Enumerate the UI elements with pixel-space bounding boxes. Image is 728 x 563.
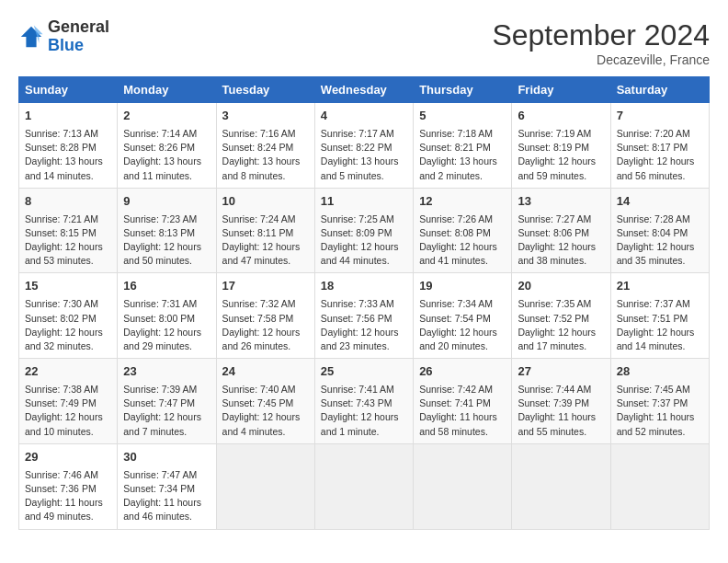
day-number: 19 xyxy=(419,278,506,295)
title-block: September 2024 Decazeville, France xyxy=(492,18,710,67)
calendar-cell: 26Sunrise: 7:42 AMSunset: 7:41 PMDayligh… xyxy=(414,359,512,444)
day-info: Daylight: 11 hours xyxy=(123,496,210,510)
day-info: Sunrise: 7:23 AM xyxy=(123,213,210,226)
day-info: Sunset: 8:15 PM xyxy=(25,226,111,240)
day-info: Daylight: 13 hours xyxy=(123,155,210,168)
day-number: 2 xyxy=(123,108,210,125)
day-info: Sunset: 7:41 PM xyxy=(419,396,506,410)
day-info: Sunrise: 7:27 AM xyxy=(518,213,604,226)
calendar-cell: 7Sunrise: 7:20 AMSunset: 8:17 PMDaylight… xyxy=(610,103,709,189)
day-info: and 29 minutes. xyxy=(123,339,210,353)
day-info: Daylight: 12 hours xyxy=(617,240,703,254)
day-info: and 44 minutes. xyxy=(321,254,407,268)
day-info: Daylight: 12 hours xyxy=(321,326,407,339)
day-number: 1 xyxy=(25,108,111,125)
day-info: Sunrise: 7:45 AM xyxy=(617,383,703,396)
day-number: 18 xyxy=(321,278,407,295)
day-info: Sunrise: 7:38 AM xyxy=(25,383,111,396)
day-info: and 50 minutes. xyxy=(123,254,210,268)
day-info: Sunrise: 7:17 AM xyxy=(321,127,407,141)
day-number: 8 xyxy=(25,193,111,211)
day-number: 27 xyxy=(518,363,604,381)
day-info: Sunrise: 7:41 AM xyxy=(321,383,407,396)
calendar-cell: 25Sunrise: 7:41 AMSunset: 7:43 PMDayligh… xyxy=(314,359,413,444)
calendar-cell: 19Sunrise: 7:34 AMSunset: 7:54 PMDayligh… xyxy=(414,273,512,359)
day-info: Sunset: 8:17 PM xyxy=(617,141,703,155)
day-info: and 55 minutes. xyxy=(518,425,604,439)
calendar-cell: 2Sunrise: 7:14 AMSunset: 8:26 PMDaylight… xyxy=(118,103,216,189)
weekday-header: Friday xyxy=(512,77,610,103)
day-info: Daylight: 11 hours xyxy=(617,410,703,424)
day-info: Daylight: 11 hours xyxy=(25,496,111,510)
day-info: and 14 minutes. xyxy=(25,169,111,183)
calendar-cell: 29Sunrise: 7:46 AMSunset: 7:36 PMDayligh… xyxy=(19,443,118,529)
day-number: 25 xyxy=(321,363,407,381)
day-info: Daylight: 12 hours xyxy=(321,410,407,424)
day-info: Sunset: 7:52 PM xyxy=(518,312,604,326)
day-info: Daylight: 13 hours xyxy=(222,155,309,168)
calendar-cell xyxy=(512,443,610,529)
day-info: Sunset: 8:19 PM xyxy=(518,141,604,155)
day-info: Sunset: 8:21 PM xyxy=(419,141,506,155)
day-info: and 32 minutes. xyxy=(25,339,111,353)
day-info: Sunrise: 7:25 AM xyxy=(321,213,407,226)
day-info: Sunset: 7:56 PM xyxy=(321,312,407,326)
weekday-header: Wednesday xyxy=(314,77,413,103)
day-info: Sunset: 8:22 PM xyxy=(321,141,407,155)
day-info: Daylight: 13 hours xyxy=(419,155,506,168)
calendar-cell xyxy=(216,443,314,529)
day-number: 3 xyxy=(222,108,309,125)
day-info: Daylight: 12 hours xyxy=(222,240,309,254)
weekday-header: Sunday xyxy=(19,77,118,103)
day-info: Sunrise: 7:40 AM xyxy=(222,383,309,396)
calendar-cell: 12Sunrise: 7:26 AMSunset: 8:08 PMDayligh… xyxy=(414,188,512,273)
day-info: and 8 minutes. xyxy=(222,169,309,183)
day-info: Daylight: 12 hours xyxy=(617,155,703,168)
day-number: 26 xyxy=(419,363,506,381)
day-info: Sunset: 8:24 PM xyxy=(222,141,309,155)
day-info: Daylight: 12 hours xyxy=(617,326,703,339)
day-info: and 38 minutes. xyxy=(518,254,604,268)
day-number: 29 xyxy=(25,449,111,466)
day-info: and 41 minutes. xyxy=(419,254,506,268)
day-info: Sunset: 8:13 PM xyxy=(123,226,210,240)
weekday-header: Saturday xyxy=(610,77,709,103)
day-info: and 2 minutes. xyxy=(419,169,506,183)
day-info: Sunrise: 7:26 AM xyxy=(419,213,506,226)
day-info: and 1 minute. xyxy=(321,425,407,439)
day-info: Sunset: 8:08 PM xyxy=(419,226,506,240)
calendar-cell: 17Sunrise: 7:32 AMSunset: 7:58 PMDayligh… xyxy=(216,273,314,359)
page-header: General Blue September 2024 Decazeville,… xyxy=(18,18,710,67)
calendar-cell: 22Sunrise: 7:38 AMSunset: 7:49 PMDayligh… xyxy=(19,359,118,444)
day-info: Daylight: 12 hours xyxy=(25,326,111,339)
day-number: 22 xyxy=(25,363,111,381)
calendar-cell: 10Sunrise: 7:24 AMSunset: 8:11 PMDayligh… xyxy=(216,188,314,273)
day-info: Sunset: 7:43 PM xyxy=(321,396,407,410)
day-info: Sunrise: 7:19 AM xyxy=(518,127,604,141)
day-info: Sunset: 7:34 PM xyxy=(123,482,210,496)
day-info: and 59 minutes. xyxy=(518,169,604,183)
day-info: Sunset: 7:37 PM xyxy=(617,396,703,410)
calendar-cell: 8Sunrise: 7:21 AMSunset: 8:15 PMDaylight… xyxy=(19,188,118,273)
day-info: Daylight: 12 hours xyxy=(25,410,111,424)
calendar-cell: 14Sunrise: 7:28 AMSunset: 8:04 PMDayligh… xyxy=(610,188,709,273)
day-number: 17 xyxy=(222,278,309,295)
day-info: and 10 minutes. xyxy=(25,425,111,439)
day-info: Sunset: 8:06 PM xyxy=(518,226,604,240)
day-number: 4 xyxy=(321,108,407,125)
calendar-cell: 24Sunrise: 7:40 AMSunset: 7:45 PMDayligh… xyxy=(216,359,314,444)
day-info: Sunrise: 7:24 AM xyxy=(222,213,309,226)
logo: General Blue xyxy=(18,18,109,55)
calendar-cell: 23Sunrise: 7:39 AMSunset: 7:47 PMDayligh… xyxy=(118,359,216,444)
day-number: 7 xyxy=(617,108,703,125)
day-number: 5 xyxy=(419,108,506,125)
day-number: 30 xyxy=(123,449,210,466)
day-info: and 20 minutes. xyxy=(419,339,506,353)
day-info: Daylight: 12 hours xyxy=(518,155,604,168)
day-info: Sunset: 7:45 PM xyxy=(222,396,309,410)
day-info: and 47 minutes. xyxy=(222,254,309,268)
day-number: 21 xyxy=(617,278,703,295)
calendar-cell: 4Sunrise: 7:17 AMSunset: 8:22 PMDaylight… xyxy=(314,103,413,189)
day-info: Sunset: 7:58 PM xyxy=(222,312,309,326)
day-info: and 26 minutes. xyxy=(222,339,309,353)
